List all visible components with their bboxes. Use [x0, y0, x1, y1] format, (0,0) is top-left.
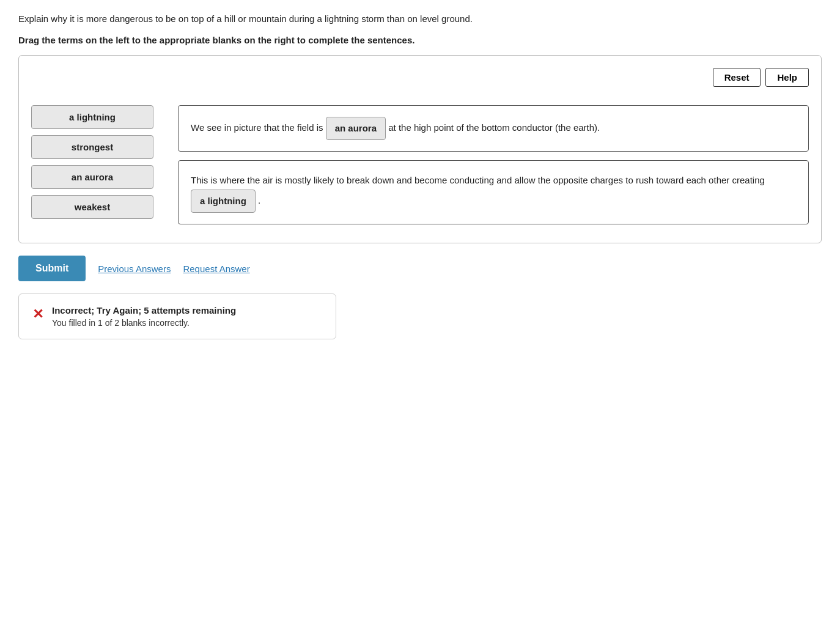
sentence-1-after: at the high point of the bottom conducto…: [388, 122, 600, 133]
sentences-column: We see in picture that the field is an a…: [178, 105, 809, 225]
sentence-box-1: We see in picture that the field is an a…: [178, 105, 809, 152]
top-button-group: Reset Help: [31, 68, 809, 87]
sentence-1-before: We see in picture that the field is: [191, 122, 323, 133]
sentence-2-answer[interactable]: a lightning: [191, 190, 256, 213]
sentence-2-after: .: [258, 195, 260, 205]
previous-answers-button[interactable]: Previous Answers: [98, 264, 171, 274]
instruction-text: Drag the terms on the left to the approp…: [18, 35, 822, 45]
feedback-content: Incorrect; Try Again; 5 attempts remaini…: [52, 305, 236, 328]
feedback-subtitle: You filled in 1 of 2 blanks incorrectly.: [52, 318, 236, 328]
question-text: Explain why it is more dangerous to be o…: [18, 12, 822, 26]
term-chip-a-lightning[interactable]: a lightning: [31, 105, 153, 129]
sentence-1-answer[interactable]: an aurora: [326, 117, 386, 141]
term-chip-an-aurora[interactable]: an aurora: [31, 165, 153, 189]
sentence-box-2: This is where the air is mostly likely t…: [178, 160, 809, 224]
sentence-2-before: This is where the air is mostly likely t…: [191, 175, 765, 185]
drag-area: a lightning strongest an aurora weakest …: [31, 105, 809, 225]
submit-button[interactable]: Submit: [18, 256, 86, 281]
term-chip-strongest[interactable]: strongest: [31, 135, 153, 159]
incorrect-icon: ✕: [32, 306, 43, 322]
help-button[interactable]: Help: [765, 68, 809, 87]
feedback-box: ✕ Incorrect; Try Again; 5 attempts remai…: [18, 293, 336, 339]
term-chip-weakest[interactable]: weakest: [31, 195, 153, 219]
reset-button[interactable]: Reset: [713, 68, 761, 87]
request-answer-button[interactable]: Request Answer: [183, 264, 249, 274]
action-row: Submit Previous Answers Request Answer: [18, 256, 822, 281]
feedback-title: Incorrect; Try Again; 5 attempts remaini…: [52, 305, 236, 316]
drag-drop-area: Reset Help a lightning strongest an auro…: [18, 55, 822, 244]
terms-column: a lightning strongest an aurora weakest: [31, 105, 153, 219]
